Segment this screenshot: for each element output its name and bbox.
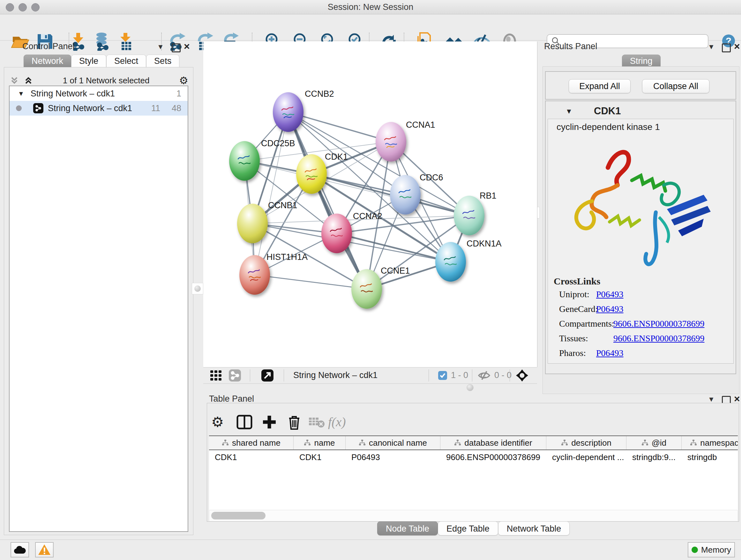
table-cell[interactable]: cyclin-dependent ... xyxy=(546,450,626,464)
selected-counts: 1 - 0 xyxy=(451,370,468,380)
table-panel-close-icon[interactable]: × xyxy=(734,395,740,402)
column-header-description[interactable]: description xyxy=(546,436,626,449)
import-table-icon[interactable] xyxy=(117,32,136,51)
import-database-icon[interactable] xyxy=(93,32,112,51)
grid-view-icon[interactable] xyxy=(210,370,222,381)
network-node-label: RB1 xyxy=(480,191,496,200)
crosslink-genecard-link[interactable]: P06493 xyxy=(596,304,623,314)
network-node-label: CDK1 xyxy=(325,152,348,162)
memory-button[interactable]: Memory xyxy=(688,542,735,557)
collapse-all-chevron-icon[interactable] xyxy=(10,76,19,85)
table-row[interactable]: CDK1CDK1P064939606.ENSP00000378699cyclin… xyxy=(209,450,738,464)
results-panel-float-icon[interactable] xyxy=(722,44,731,52)
network-list-gear-icon[interactable]: ⚙ xyxy=(179,74,188,86)
control-panel-float-icon[interactable] xyxy=(172,44,181,52)
left-splitter-handle[interactable] xyxy=(192,283,203,294)
table-delete-row-icon[interactable] xyxy=(286,414,302,430)
footer-separator xyxy=(428,369,429,381)
network-node-label: CDC6 xyxy=(420,173,443,182)
network-node-CCNB1[interactable] xyxy=(237,204,268,243)
column-tree-icon xyxy=(642,439,649,446)
expand-all-button[interactable]: Expand All xyxy=(569,79,630,93)
crosslink-tissues-link[interactable]: 9606.ENSP00000378699 xyxy=(613,333,704,344)
network-node-CDKN1A[interactable] xyxy=(435,242,466,282)
open-in-window-icon[interactable] xyxy=(261,369,273,381)
function-builder-icon-disabled: f(x) xyxy=(328,415,346,429)
collapse-all-button[interactable]: Collapse All xyxy=(642,79,710,93)
network-node-label: HIST1H1A xyxy=(266,252,308,262)
column-header-@id[interactable]: @id xyxy=(626,436,682,449)
table-panel-title: Table Panel xyxy=(209,394,254,404)
gene-collapse-icon[interactable]: ▼ xyxy=(565,107,572,116)
table-cell[interactable]: CDK1 xyxy=(293,450,346,464)
birds-eye-crosshair-icon[interactable] xyxy=(516,369,528,381)
share-view-icon[interactable] xyxy=(229,369,241,381)
application-window: Session: New Session xyxy=(0,0,741,560)
network-node-CCNE1[interactable] xyxy=(351,269,382,309)
network-node-label: CCNA2 xyxy=(353,211,382,221)
results-panel-title: Results Panel xyxy=(544,42,597,51)
network-node-CDC25B[interactable] xyxy=(229,141,260,181)
tab-node-table[interactable]: Node Table xyxy=(377,521,438,536)
network-collection-row[interactable]: ▼ String Network – cdk1 1 xyxy=(10,86,188,101)
network-node-label: CDKN1A xyxy=(467,239,502,248)
selected-checkbox-icon[interactable] xyxy=(438,371,447,380)
column-header-canonical-name[interactable]: canonical name xyxy=(346,436,441,449)
tab-edge-table[interactable]: Edge Table xyxy=(438,521,498,536)
results-panel-close-icon[interactable]: × xyxy=(734,43,740,50)
hidden-eye-icon xyxy=(478,371,490,380)
network-list: ▼ String Network – cdk1 1 String Network… xyxy=(9,85,188,532)
tab-select[interactable]: Select xyxy=(106,55,146,67)
node-table[interactable]: shared namenamecanonical namedatabase id… xyxy=(209,435,738,510)
table-cell[interactable]: stringdb xyxy=(682,450,738,464)
network-graph[interactable]: CCNB2CCNA1CDC25BCDK1CDC6RB1CCNB1CCNA2CDK… xyxy=(203,42,537,367)
network-list-controls: 1 of 1 Network selected ⚙ xyxy=(10,75,188,86)
network-node-RB1[interactable] xyxy=(454,196,484,235)
column-header-shared-name[interactable]: shared name xyxy=(209,436,293,449)
table-columns-icon[interactable] xyxy=(236,414,253,430)
column-tree-icon xyxy=(304,439,311,446)
crosslink-pharos-link[interactable]: P06493 xyxy=(596,348,623,358)
table-cell[interactable]: 9606.ENSP00000378699 xyxy=(441,450,546,464)
network-node-CDK1[interactable] xyxy=(296,154,327,194)
expand-all-chevron-icon[interactable] xyxy=(23,76,33,85)
cloud-status-button[interactable] xyxy=(10,542,29,557)
bottom-splitter-handle[interactable] xyxy=(467,384,474,391)
warning-status-button[interactable] xyxy=(35,542,54,557)
column-header-name[interactable]: name xyxy=(293,436,346,449)
tab-style[interactable]: Style xyxy=(71,55,106,67)
network-edge[interactable] xyxy=(255,275,367,289)
table-gear-icon[interactable]: ⚙ xyxy=(211,414,224,430)
tab-network-table[interactable]: Network Table xyxy=(498,521,570,536)
network-node-CCNA2[interactable] xyxy=(321,213,352,253)
table-cell[interactable]: stringdb:9... xyxy=(626,450,682,464)
table-add-icon[interactable] xyxy=(261,414,278,430)
string-network-icon xyxy=(33,103,44,113)
table-cell[interactable]: P06493 xyxy=(346,450,441,464)
table-h-scrollbar[interactable] xyxy=(209,510,738,521)
tab-network[interactable]: Network xyxy=(23,55,71,67)
control-panel-close-icon[interactable]: × xyxy=(184,43,190,50)
column-header-namespace[interactable]: namespace xyxy=(682,436,738,449)
window-title: Session: New Session xyxy=(0,2,741,12)
network-row-selected[interactable]: String Network – cdk1 11 48 xyxy=(10,101,188,116)
network-node-CCNB2[interactable] xyxy=(273,92,304,132)
network-row-label: String Network – cdk1 xyxy=(48,104,132,113)
network-node-CDC6[interactable] xyxy=(390,175,421,214)
network-node-HIST1H1A[interactable] xyxy=(239,255,270,295)
tab-sets[interactable]: Sets xyxy=(146,55,179,67)
network-node-CCNA1[interactable] xyxy=(376,122,406,162)
table-cell[interactable]: CDK1 xyxy=(209,450,293,464)
results-panel-menu-icon[interactable]: ▼ xyxy=(708,43,715,51)
column-header-database-identifier[interactable]: database identifier xyxy=(441,436,546,449)
collection-expand-icon[interactable]: ▼ xyxy=(18,90,24,98)
tab-string[interactable]: String xyxy=(622,55,661,67)
crosslink-uniprot-link[interactable]: P06493 xyxy=(596,289,623,300)
network-edge[interactable] xyxy=(255,112,288,275)
main-toolbar: ? xyxy=(0,14,741,41)
network-canvas[interactable]: CCNB2CCNA1CDC25BCDK1CDC6RB1CCNB1CCNA2CDK… xyxy=(203,42,537,367)
crosslink-compartments-link[interactable]: 9606.ENSP00000378699 xyxy=(613,319,704,329)
control-panel-menu-icon[interactable]: ▼ xyxy=(157,43,164,51)
table-panel-menu-icon[interactable]: ▼ xyxy=(708,395,715,403)
table-h-scrollbar-thumb[interactable] xyxy=(211,512,266,519)
